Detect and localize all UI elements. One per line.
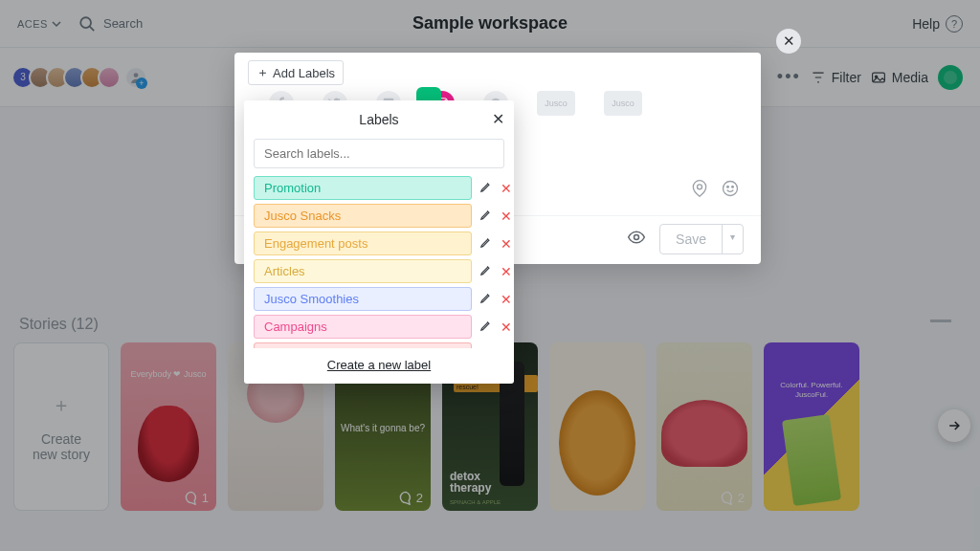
create-story-card[interactable]: ＋ Create new story: [13, 342, 109, 511]
add-member-button[interactable]: [124, 66, 147, 89]
create-story-label: Create new story: [33, 431, 90, 462]
story-card[interactable]: [549, 342, 645, 511]
close-composer-button[interactable]: ✕: [776, 29, 801, 54]
media-label: Media: [892, 70, 928, 85]
svg-point-13: [635, 235, 639, 240]
labels-popover-title: Labels: [359, 112, 398, 127]
help-label: Help: [912, 16, 940, 32]
story-caption: Everybody ❤ Jusco: [121, 369, 216, 379]
edit-label-icon[interactable]: [479, 319, 493, 336]
labels-search-input[interactable]: [254, 139, 504, 168]
story-caption: What's it gonna be?: [335, 423, 431, 433]
emoji-icon[interactable]: [721, 179, 740, 202]
save-button[interactable]: Save ▾: [659, 224, 744, 254]
label-row: Jusco Kids✕: [254, 342, 512, 348]
story-card[interactable]: Everybody ❤ Jusco 1: [121, 342, 216, 511]
filter-icon: [811, 70, 826, 85]
help-icon: ?: [946, 15, 963, 33]
delete-label-icon[interactable]: ✕: [501, 209, 512, 224]
avatar-stack[interactable]: 3: [17, 66, 147, 89]
media-button[interactable]: Media: [871, 70, 928, 85]
more-button[interactable]: •••: [777, 67, 801, 87]
label-chip[interactable]: Engagement posts: [254, 231, 472, 255]
svg-point-10: [724, 182, 738, 196]
create-fab[interactable]: [938, 65, 963, 90]
add-labels-text: Add Labels: [273, 66, 335, 80]
label-chip[interactable]: Jusco Kids: [254, 342, 472, 348]
label-row: Campaigns✕: [254, 315, 512, 339]
delete-label-icon[interactable]: ✕: [501, 236, 512, 252]
user-icon: [130, 72, 142, 83]
edit-label-icon[interactable]: [479, 235, 493, 253]
scroll-right-button[interactable]: [938, 409, 970, 442]
media-icon: [871, 70, 886, 85]
svg-point-0: [80, 17, 91, 28]
edit-label-icon[interactable]: [479, 180, 493, 197]
edit-label-icon[interactable]: [479, 263, 493, 280]
delete-label-icon[interactable]: ✕: [501, 181, 512, 196]
label-row: Jusco Smoothies✕: [254, 287, 512, 311]
label-chip[interactable]: Campaigns: [254, 315, 472, 339]
create-label-link[interactable]: Create a new label: [244, 348, 514, 384]
account-tag[interactable]: Jusco: [537, 91, 575, 116]
save-label: Save: [660, 225, 722, 253]
label-chip[interactable]: Promotion: [254, 176, 472, 200]
location-icon[interactable]: [690, 179, 709, 202]
delete-label-icon[interactable]: ✕: [501, 347, 512, 349]
collapse-section-button[interactable]: [930, 320, 951, 322]
story-comments[interactable]: 2: [720, 490, 745, 505]
plus-icon: ＋: [52, 392, 71, 418]
edit-label-icon[interactable]: [479, 291, 493, 308]
stories-heading-text: Stories: [19, 316, 67, 332]
story-subtext: SPINACH & APPLE: [450, 499, 501, 505]
search-field[interactable]: Search: [78, 15, 143, 33]
svg-point-12: [732, 187, 734, 188]
edit-label-icon[interactable]: [479, 346, 493, 349]
save-dropdown[interactable]: ▾: [722, 225, 743, 253]
label-chip[interactable]: Jusco Smoothies: [254, 287, 472, 311]
labels-popover: Labels ✕ Promotion✕Jusco Snacks✕Engageme…: [244, 100, 514, 384]
close-labels-button[interactable]: ✕: [492, 110, 504, 128]
filter-button[interactable]: Filter: [811, 70, 861, 85]
story-text: detoxtherapy: [450, 471, 491, 494]
search-icon: [78, 15, 96, 33]
avatar: [98, 66, 121, 89]
story-comments[interactable]: 1: [184, 490, 209, 505]
label-row: Engagement posts✕: [254, 231, 512, 255]
delete-label-icon[interactable]: ✕: [501, 264, 512, 279]
story-card[interactable]: Colorful. Powerful. JuscoFul.: [764, 342, 859, 511]
search-placeholder: Search: [103, 16, 143, 31]
arrow-right-icon: [947, 418, 962, 433]
label-row: Articles✕: [254, 259, 512, 283]
page-title: Sample workspace: [412, 13, 568, 33]
workspace-dropdown[interactable]: ACES: [17, 18, 61, 30]
package-graphic: [782, 414, 841, 506]
story-comments[interactable]: 2: [398, 490, 423, 505]
delete-label-icon[interactable]: ✕: [501, 292, 512, 307]
workspace-dropdown-label: ACES: [17, 18, 48, 30]
label-row: Promotion✕: [254, 176, 512, 200]
story-card[interactable]: 2: [657, 342, 752, 511]
chevron-down-icon: [52, 19, 61, 29]
svg-point-9: [698, 185, 702, 189]
edit-label-icon[interactable]: [479, 208, 493, 225]
stories-count: (12): [71, 316, 98, 332]
labels-popover-header: Labels ✕: [244, 100, 514, 139]
filter-label: Filter: [832, 70, 861, 85]
label-row: Jusco Snacks✕: [254, 204, 512, 228]
help-link[interactable]: Help ?: [912, 15, 963, 33]
top-bar: ACES Search Sample workspace Help ?: [0, 0, 980, 48]
delete-label-icon[interactable]: ✕: [501, 320, 512, 335]
labels-search[interactable]: [254, 139, 504, 168]
preview-button[interactable]: [627, 228, 646, 251]
plus-icon: ＋: [256, 64, 269, 81]
story-caption: Colorful. Powerful. JuscoFul.: [764, 381, 859, 401]
label-chip[interactable]: Articles: [254, 259, 472, 283]
account-tag[interactable]: Jusco: [604, 91, 642, 116]
svg-point-11: [727, 187, 729, 188]
svg-point-1: [134, 73, 139, 77]
labels-list[interactable]: Promotion✕Jusco Snacks✕Engagement posts✕…: [244, 176, 514, 348]
label-chip[interactable]: Jusco Snacks: [254, 204, 472, 228]
add-labels-button[interactable]: ＋ Add Labels: [248, 60, 344, 85]
